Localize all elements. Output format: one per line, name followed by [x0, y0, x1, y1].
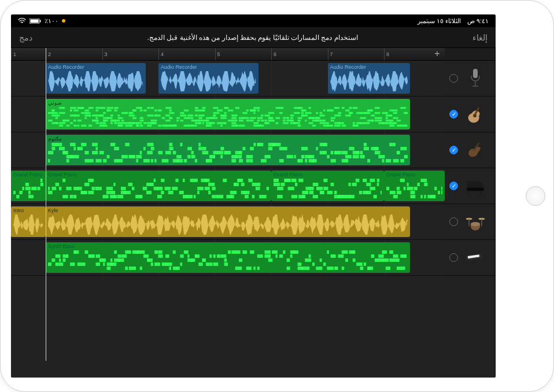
arrangement-lanes[interactable]: 12345678 + Audio RecorderAudio RecorderA… [11, 48, 445, 378]
svg-rect-752 [158, 254, 162, 258]
region-label: Grand Piano [274, 172, 382, 177]
track-head-audio-recorder[interactable] [445, 61, 495, 97]
svg-rect-453 [228, 151, 230, 154]
svg-rect-505 [349, 147, 354, 150]
region[interactable]: Audio Recorder [328, 63, 411, 94]
svg-rect-458 [239, 151, 242, 154]
svg-rect-521 [393, 159, 399, 162]
svg-rect-228 [246, 109, 249, 111]
add-section-button[interactable]: + [432, 49, 442, 59]
ruler-mark: 6 [271, 48, 276, 60]
svg-rect-757 [169, 267, 171, 270]
svg-rect-778 [217, 254, 220, 258]
track-select-checkbox[interactable] [449, 110, 458, 119]
home-button[interactable] [526, 186, 545, 206]
lane-piano[interactable]: Grand PianoGrand PianoGrand PianoGrand P… [11, 168, 445, 204]
svg-rect-781 [224, 258, 227, 262]
svg-rect-158 [173, 125, 177, 127]
region[interactable]: Synth Bass [46, 242, 410, 273]
svg-rect-268 [287, 117, 289, 119]
status-date: الثلاثاء ١٥ سبتمبر [418, 17, 461, 25]
ruler[interactable]: 12345678 + [11, 48, 445, 61]
svg-rect-89 [107, 109, 112, 111]
svg-rect-629 [267, 187, 269, 190]
svg-rect-58 [81, 112, 84, 114]
svg-rect-146 [162, 117, 165, 119]
svg-rect-62 [84, 117, 87, 119]
svg-rect-519 [386, 159, 391, 162]
svg-rect-358 [386, 117, 388, 119]
svg-rect-417 [147, 143, 153, 146]
merge-button[interactable]: دمج [19, 33, 32, 42]
track-select-checkbox[interactable] [449, 146, 458, 154]
svg-rect-750 [154, 262, 160, 266]
svg-rect-568 [113, 183, 115, 186]
track-select-checkbox[interactable] [449, 182, 458, 190]
svg-rect-398 [96, 159, 102, 162]
svg-rect-299 [316, 112, 318, 114]
svg-rect-604 [208, 183, 215, 186]
lane-drums[interactable]: IntroKyle [11, 204, 445, 240]
lane-synth-bass[interactable]: Synth Bass [11, 240, 445, 276]
svg-rect-381 [59, 147, 65, 150]
svg-rect-144 [158, 109, 162, 111]
region[interactable]: Grand Piano [11, 171, 46, 201]
playhead[interactable] [46, 48, 46, 361]
svg-rect-791 [257, 267, 260, 270]
svg-rect-743 [136, 250, 140, 254]
region[interactable]: Grand Piano [384, 171, 445, 201]
svg-rect-407 [121, 155, 128, 158]
app-screen: ٩:٤١ ص الثلاثاء ١٥ سبتمبر ١٠٠٪ إلغاء است… [11, 14, 496, 378]
svg-rect-569 [113, 195, 117, 198]
svg-rect-709 [59, 258, 61, 262]
svg-rect-681 [386, 187, 389, 190]
svg-rect-289 [309, 107, 311, 109]
svg-rect-459 [239, 159, 243, 162]
lane-bass[interactable]: مكتوم [11, 132, 445, 168]
svg-rect-617 [237, 179, 243, 182]
svg-rect-525 [400, 159, 404, 162]
svg-rect-11 [468, 191, 469, 195]
svg-rect-405 [114, 147, 119, 150]
svg-rect-558 [88, 191, 94, 194]
track-head-synth-bass[interactable] [445, 240, 495, 276]
track-select-checkbox[interactable] [449, 74, 458, 83]
svg-rect-606 [212, 187, 215, 190]
region[interactable]: Grand Piano [271, 171, 384, 201]
svg-rect-783 [231, 250, 235, 254]
region[interactable]: Intro [11, 206, 46, 237]
track-head-bass[interactable] [445, 132, 495, 168]
svg-rect-61 [84, 109, 88, 111]
svg-rect-670 [359, 191, 362, 194]
svg-rect-843 [393, 258, 400, 262]
lane-audio-recorder[interactable]: Audio RecorderAudio RecorderAudio Record… [11, 61, 445, 97]
region[interactable]: Audio Recorder [158, 63, 258, 94]
svg-rect-259 [276, 122, 279, 124]
svg-rect-716 [73, 250, 76, 254]
svg-rect-582 [154, 179, 156, 182]
track-head-acoustic-guitar[interactable] [445, 97, 495, 132]
track-head-piano[interactable] [445, 168, 495, 204]
track-select-checkbox[interactable] [449, 217, 458, 226]
track-head-drums[interactable] [445, 204, 495, 240]
svg-rect-74 [96, 107, 100, 109]
svg-rect-548 [62, 195, 68, 198]
region[interactable]: صوتي [46, 99, 410, 130]
svg-rect-250 [264, 114, 269, 116]
svg-rect-690 [411, 191, 415, 194]
svg-rect-293 [309, 122, 313, 124]
svg-rect-118 [132, 109, 135, 111]
cancel-button[interactable]: إلغاء [472, 33, 487, 42]
lane-acoustic-guitar[interactable]: صوتي [11, 97, 445, 132]
track-select-checkbox[interactable] [449, 253, 458, 262]
svg-rect-819 [334, 267, 338, 270]
region[interactable]: Grand Piano [46, 171, 271, 201]
svg-rect-77 [99, 122, 106, 124]
region[interactable]: مكتوم [46, 135, 410, 165]
region[interactable]: Audio Recorder [46, 63, 146, 94]
svg-rect-265 [283, 122, 289, 124]
region[interactable]: Kyle [46, 206, 410, 237]
svg-rect-696 [424, 195, 426, 198]
svg-rect-512 [364, 143, 367, 146]
svg-rect-516 [375, 147, 379, 150]
